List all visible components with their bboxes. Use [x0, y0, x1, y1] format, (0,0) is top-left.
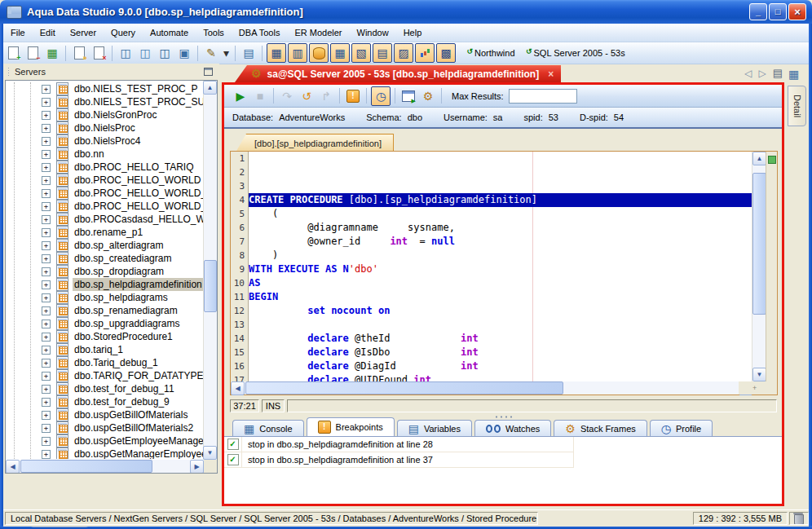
- tree-expand-icon[interactable]: +: [42, 306, 51, 315]
- detail-grid-button[interactable]: ▦: [788, 67, 799, 82]
- float-panel-icon[interactable]: [204, 68, 213, 76]
- tree-item-dbo-uspgetemployeemanagers[interactable]: +dbo.uspGetEmployeeManagers: [6, 434, 203, 447]
- breakpoint-row[interactable]: ✓stop in dbo.sp_helpdiagramdefinition at…: [224, 452, 574, 468]
- tree-item-dbo-uspgetbillofmaterials[interactable]: +dbo.uspGetBillOfMaterials: [6, 408, 203, 421]
- next-tab-icon[interactable]: ▷: [758, 68, 766, 79]
- tree-expand-icon[interactable]: +: [42, 150, 51, 159]
- tree-item-dbo-nielsproc[interactable]: +dbo.NielsProc: [6, 121, 203, 134]
- tab-variables[interactable]: ▤Variables: [397, 420, 472, 436]
- line-number[interactable]: 15: [231, 346, 248, 359]
- code-line-14[interactable]: declare @UIDFound int: [249, 373, 752, 381]
- schema-browser-button[interactable]: ▤: [239, 43, 258, 63]
- tree-item-dbo-uspgetbillofmaterials2[interactable]: +dbo.uspGetBillOfMaterials2: [6, 421, 203, 434]
- tree-item-dbo-tariq-for-datatypes[interactable]: +dbo.TARIQ_FOR_DATATYPES: [6, 369, 203, 382]
- tree-item-dbo-rename-p1[interactable]: +dbo.rename_p1: [6, 226, 203, 239]
- tree-item-dbo-niels-test-proc-sub[interactable]: +dbo.NIELS_TEST_PROC_SUB: [6, 95, 203, 108]
- step-into-button[interactable]: ↺: [297, 86, 316, 106]
- editor-vscrollbar[interactable]: ▲ ▼: [752, 152, 766, 381]
- menu-item-server[interactable]: Server: [63, 25, 104, 40]
- table-grid-button[interactable]: ▦: [330, 43, 350, 63]
- line-number[interactable]: 10: [231, 276, 248, 290]
- tree-item-dbo-sp-helpdiagramdefinition[interactable]: +dbo.sp_helpdiagramdefinition: [6, 278, 203, 291]
- tree-item-dbo-sp-helpdiagrams[interactable]: +dbo.sp_helpdiagrams: [6, 291, 203, 304]
- tab-stack-frames[interactable]: ⚙Stack Frames: [554, 420, 647, 436]
- disconnect-server-button[interactable]: ×: [89, 43, 108, 63]
- register-server-button[interactable]: +: [3, 43, 23, 63]
- relationships-button[interactable]: ▨: [394, 43, 413, 63]
- editor-hscroll-thumb[interactable]: [245, 381, 563, 395]
- tree-item-dbo-niels-test-proc-p[interactable]: +dbo.NIELS_TEST_PROC_P: [6, 82, 203, 95]
- tree-scroll-up-icon[interactable]: ▲: [203, 81, 217, 95]
- servers-panel-header[interactable]: Servers: [3, 64, 219, 79]
- tab-close-icon[interactable]: ×: [548, 68, 554, 80]
- tree-expand-icon[interactable]: +: [42, 85, 51, 94]
- database-button[interactable]: [309, 43, 329, 63]
- tree-expand-icon[interactable]: +: [42, 424, 51, 433]
- tree-expand-icon[interactable]: +: [42, 254, 51, 263]
- menu-item-window[interactable]: Window: [350, 25, 396, 40]
- list-view-button[interactable]: ▤: [373, 43, 392, 63]
- results-grid-button[interactable]: ▦: [42, 43, 62, 63]
- tree-item-dbo-proc-hello-tariq[interactable]: +dbo.PROC_HELLO_TARIQ: [6, 161, 203, 174]
- tree-item-dbo-procasdasd-hello-world[interactable]: +dbo.PROCasdasd_HELLO_WORLD: [6, 213, 203, 226]
- tab-profile[interactable]: ◷Profile: [650, 420, 713, 436]
- grid-view-button[interactable]: ▩: [436, 43, 456, 63]
- editor-scroll-up-icon[interactable]: ▲: [752, 152, 766, 165]
- unregister-server-button[interactable]: −: [23, 43, 42, 63]
- line-number[interactable]: 9: [231, 262, 248, 276]
- title-bar[interactable]: Aqua Data Studio 9.0.0 [dbo.sp_helpdiagr…: [0, 0, 812, 24]
- tree-expand-icon[interactable]: +: [42, 333, 51, 342]
- tree-expand-icon[interactable]: +: [42, 124, 51, 133]
- tab-console[interactable]: ▦Console: [232, 420, 304, 436]
- tab-watches[interactable]: Watches: [474, 420, 551, 436]
- breakpoint-checkbox[interactable]: ✓: [224, 452, 242, 467]
- tree-expand-icon[interactable]: +: [42, 176, 51, 185]
- code-line-5[interactable]: ): [249, 249, 752, 262]
- tree-expand-icon[interactable]: +: [42, 111, 51, 120]
- connection-button-northwind[interactable]: Northwind: [465, 46, 521, 60]
- code-line-6[interactable]: WITH EXECUTE AS N'dbo': [249, 262, 752, 276]
- connection-button-sql-server-2005-53s[interactable]: SQL Server 2005 - 53s: [524, 46, 631, 60]
- line-number[interactable]: 3: [231, 179, 248, 193]
- code-area[interactable]: CREATE PROCEDURE [dbo].[sp_helpdiagramde…: [249, 152, 752, 381]
- tree-expand-icon[interactable]: +: [42, 293, 51, 302]
- line-number[interactable]: 16: [231, 359, 248, 373]
- tree-item-dbo-tariq-1[interactable]: +dbo.tariq_1: [6, 343, 203, 356]
- menu-item-tools[interactable]: Tools: [196, 25, 232, 40]
- new-query-button[interactable]: ✎: [201, 43, 221, 63]
- line-number[interactable]: 14: [231, 332, 248, 346]
- tree-expand-icon[interactable]: +: [42, 411, 51, 420]
- code-line-11[interactable]: declare @theId int: [249, 332, 752, 346]
- editor-hscrollbar[interactable]: ◀ ▶: [231, 381, 752, 395]
- tree-expand-icon[interactable]: +: [42, 437, 51, 446]
- gc-button[interactable]: [789, 512, 809, 525]
- line-number[interactable]: 7: [231, 235, 248, 249]
- editor-scroll-down-icon[interactable]: ▼: [752, 368, 766, 381]
- tree-item-dbo-storedprocedure1[interactable]: +dbo.StoredProcedure1: [6, 330, 203, 343]
- tree-item-dbo-sp-creatediagram[interactable]: +dbo.sp_creatediagram: [6, 252, 203, 265]
- step-out-button[interactable]: ↱: [316, 86, 336, 106]
- tab-detail[interactable]: Detail: [788, 86, 806, 126]
- tree-expand-icon[interactable]: +: [42, 215, 51, 224]
- tree-item-dbo-nielsgronproc[interactable]: +dbo.NielsGronProc: [6, 108, 203, 121]
- tree-expand-icon[interactable]: +: [42, 189, 51, 198]
- max-results-input[interactable]: [509, 89, 577, 104]
- line-number[interactable]: 12: [231, 304, 248, 318]
- tree-item-dbo-sp-alterdiagram[interactable]: +dbo.sp_alterdiagram: [6, 239, 203, 252]
- breakpoint-row[interactable]: ✓stop in dbo.sp_helpdiagramdefinition at…: [224, 437, 574, 452]
- close-button[interactable]: ×: [788, 3, 806, 20]
- step-over-button[interactable]: ↷: [277, 86, 297, 106]
- tree-scroll-right-icon[interactable]: ▶: [190, 460, 204, 474]
- editor-resize-grip[interactable]: +: [739, 381, 777, 395]
- profile-button[interactable]: ◷: [371, 86, 391, 106]
- tree-expand-icon[interactable]: +: [42, 450, 51, 459]
- tree-item-dbo-proc-hello-world-tariq[interactable]: +dbo.PROC_HELLO_WORLD_tariq: [6, 200, 203, 213]
- tree-expand-icon[interactable]: +: [42, 163, 51, 172]
- line-number[interactable]: 4: [231, 193, 248, 207]
- tree-expand-icon[interactable]: +: [42, 359, 51, 368]
- tree-expand-icon[interactable]: +: [42, 98, 51, 107]
- tree-expand-icon[interactable]: +: [42, 398, 51, 407]
- menu-item-er-modeler[interactable]: ER Modeler: [287, 25, 349, 40]
- tree-item-dbo-proc-hello-world[interactable]: +dbo.PROC_HELLO_WORLD: [6, 174, 203, 187]
- tree-expand-icon[interactable]: +: [42, 202, 51, 211]
